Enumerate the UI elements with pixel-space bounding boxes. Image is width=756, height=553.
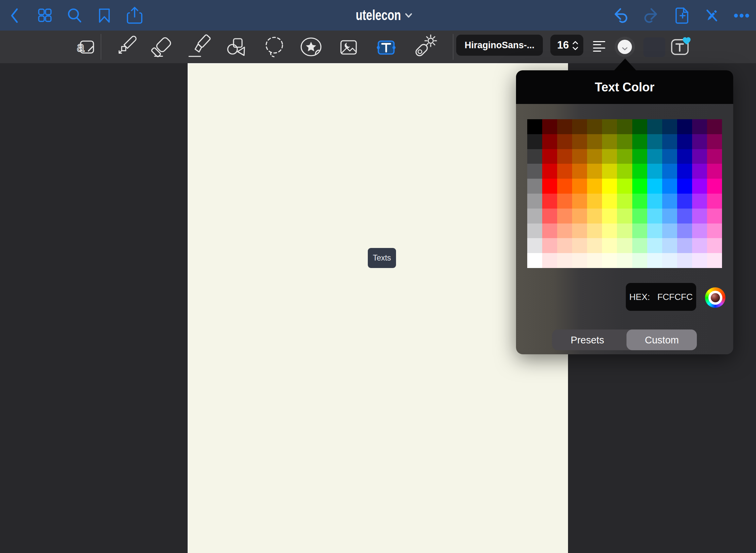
svg-text:a: a bbox=[77, 39, 85, 54]
